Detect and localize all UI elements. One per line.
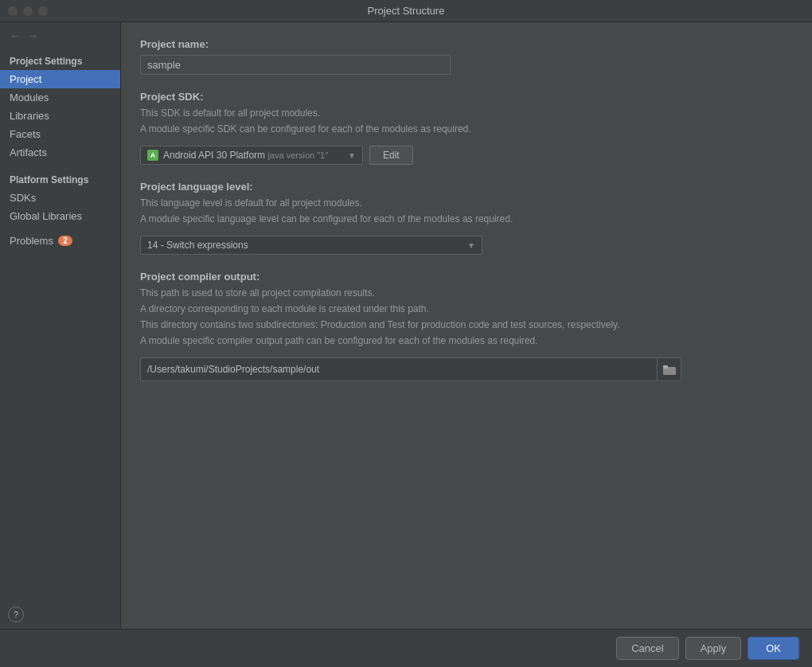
project-sdk-desc2: A module specific SDK can be configured …	[140, 122, 793, 136]
back-arrow[interactable]: ←	[6, 27, 24, 45]
problems-badge: 2	[58, 236, 72, 246]
title-bar: Project Structure	[0, 0, 812, 22]
window-title: Project Structure	[368, 5, 445, 17]
platform-settings-label: Platform Settings	[0, 168, 120, 189]
project-sdk-label: Project SDK:	[140, 91, 793, 103]
sidebar-bottom: ?	[0, 600, 120, 629]
compiler-output-desc4: A module specific compiler output path c…	[140, 334, 793, 348]
maximize-button[interactable]	[38, 6, 48, 16]
android-sdk-icon: A	[147, 150, 158, 161]
compiler-output-desc3: This directory contains two subdirectori…	[140, 318, 793, 332]
problems-label: Problems	[10, 235, 53, 247]
window-controls	[8, 6, 48, 16]
cancel-button[interactable]: Cancel	[616, 637, 678, 660]
footer: Cancel Apply OK	[0, 629, 812, 667]
compiler-output-desc2: A directory corresponding to each module…	[140, 302, 793, 316]
project-settings-label: Project Settings	[0, 49, 120, 70]
sdk-select[interactable]: A Android API 30 Platform java version "…	[140, 146, 363, 165]
minimize-button[interactable]	[23, 6, 33, 16]
right-panel: Project name: Project SDK: This SDK is d…	[121, 22, 812, 629]
sidebar-item-modules[interactable]: Modules	[0, 88, 120, 107]
apply-button[interactable]: Apply	[685, 637, 742, 660]
main-content: ← → Project Settings Project Modules Lib…	[0, 22, 812, 629]
language-level-dropdown-arrow: ▼	[467, 241, 475, 250]
sidebar-item-facets[interactable]: Facets	[0, 125, 120, 143]
compiler-output-desc1: This path is used to store all project c…	[140, 286, 793, 300]
help-button[interactable]: ?	[8, 607, 24, 622]
forward-arrow[interactable]: →	[24, 27, 41, 45]
sidebar-item-project[interactable]: Project	[0, 70, 120, 88]
language-level-select[interactable]: 14 - Switch expressions ▼	[140, 236, 482, 255]
close-button[interactable]	[8, 6, 18, 16]
compiler-output-input[interactable]	[141, 360, 657, 379]
footer-buttons: Cancel Apply OK	[616, 637, 799, 660]
project-name-label: Project name:	[140, 38, 793, 50]
sidebar-item-global-libraries[interactable]: Global Libraries	[0, 207, 120, 225]
sidebar-item-libraries[interactable]: Libraries	[0, 107, 120, 125]
project-language-level-desc2: A module specific language level can be …	[140, 212, 793, 226]
sdk-name-text: Android API 30 Platform	[163, 150, 265, 161]
sdk-name: Android API 30 Platform java version "1"	[163, 150, 343, 161]
sdk-row: A Android API 30 Platform java version "…	[140, 146, 793, 165]
sidebar-item-problems[interactable]: Problems 2	[0, 232, 120, 250]
sdk-edit-button[interactable]: Edit	[369, 146, 413, 165]
sidebar: ← → Project Settings Project Modules Lib…	[0, 22, 121, 629]
project-name-input[interactable]	[140, 55, 451, 75]
folder-browse-button[interactable]	[657, 358, 681, 380]
project-language-level-desc1: This language level is default for all p…	[140, 196, 793, 210]
ok-button[interactable]: OK	[748, 637, 799, 660]
sdk-version: java version "1"	[267, 150, 328, 160]
language-level-value: 14 - Switch expressions	[147, 240, 467, 251]
sdk-dropdown-arrow: ▼	[348, 151, 356, 160]
compiler-output-row	[140, 357, 681, 381]
sidebar-item-artifacts[interactable]: Artifacts	[0, 143, 120, 162]
sidebar-item-sdks[interactable]: SDKs	[0, 189, 120, 207]
svg-rect-2	[663, 365, 668, 369]
project-sdk-desc1: This SDK is default for all project modu…	[140, 106, 793, 120]
project-compiler-output-label: Project compiler output:	[140, 271, 793, 283]
project-language-level-label: Project language level:	[140, 181, 793, 193]
sidebar-nav: ← →	[0, 22, 120, 49]
